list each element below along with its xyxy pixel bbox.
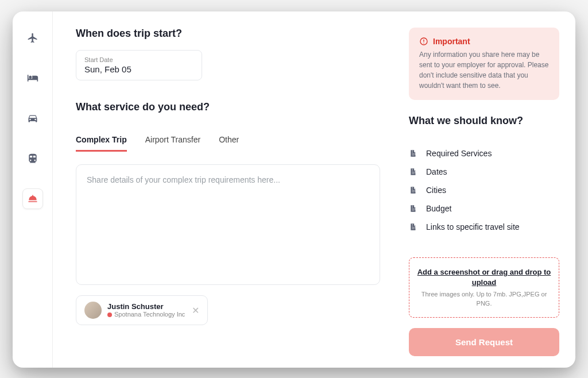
user-company: Spotnana Technology Inc — [107, 311, 186, 318]
know-item: Budget — [409, 204, 559, 213]
bed-icon — [27, 72, 38, 84]
train-icon — [27, 153, 38, 164]
sidebar-item-concierge[interactable] — [22, 188, 43, 209]
main-content: When does trip start? Start Date Sun, Fe… — [53, 11, 403, 368]
important-alert: Important Any information you share here… — [409, 28, 559, 100]
building-icon — [409, 149, 418, 158]
building-icon — [409, 167, 418, 176]
app-window: When does trip start? Start Date Sun, Fe… — [13, 11, 575, 368]
trip-start-title: When does trip start? — [76, 28, 380, 40]
building-icon — [409, 222, 418, 232]
know-item-label: Budget — [426, 204, 451, 213]
alert-title: Important — [433, 37, 470, 46]
company-dot-icon — [107, 313, 112, 317]
svg-point-2 — [423, 43, 424, 43]
know-item: Dates — [409, 167, 559, 176]
know-item: Required Services — [409, 149, 559, 158]
airplane-icon — [27, 32, 38, 44]
upload-zone[interactable]: Add a screenshot or drag and drop to upl… — [409, 257, 559, 318]
tab-airport-transfer[interactable]: Airport Transfer — [145, 135, 200, 152]
tab-other[interactable]: Other — [219, 135, 239, 152]
sidebar-item-hotels[interactable] — [22, 68, 43, 88]
know-item: Links to specific travel site — [409, 222, 559, 232]
sidebar-item-cars[interactable] — [22, 108, 43, 129]
start-date-value: Sun, Feb 05 — [84, 64, 194, 74]
upload-title: Add a screenshot or drag and drop to upl… — [416, 267, 552, 288]
warning-icon — [419, 37, 428, 46]
start-date-field[interactable]: Start Date Sun, Feb 05 — [76, 50, 202, 80]
avatar — [84, 302, 102, 319]
send-request-button[interactable]: Send Request — [409, 328, 559, 356]
know-item-label: Cities — [426, 186, 446, 195]
user-company-label: Spotnana Technology Inc — [114, 311, 185, 318]
details-textarea[interactable] — [76, 164, 380, 285]
sidebar — [13, 11, 53, 368]
bell-icon — [27, 193, 38, 205]
right-column: Important Any information you share here… — [403, 11, 575, 368]
tab-complex-trip[interactable]: Complex Trip — [76, 135, 127, 152]
building-icon — [409, 204, 418, 213]
user-name: Justin Schuster — [107, 302, 186, 311]
start-date-label: Start Date — [84, 56, 194, 63]
alert-title-row: Important — [419, 37, 549, 46]
car-icon — [27, 113, 38, 124]
user-info: Justin Schuster Spotnana Technology Inc — [107, 302, 186, 319]
alert-body: Any information you share here may be se… — [419, 49, 549, 91]
sidebar-item-flights[interactable] — [22, 28, 43, 48]
know-item-label: Required Services — [426, 149, 492, 158]
service-title: What service do you need? — [76, 101, 380, 113]
know-title: What we should know? — [409, 115, 559, 127]
user-chip[interactable]: Justin Schuster Spotnana Technology Inc … — [76, 295, 208, 325]
upload-sub: Three images only. Up to 7mb. JPG,JPEG o… — [416, 290, 552, 308]
know-item-label: Dates — [426, 167, 447, 176]
know-item-label: Links to specific travel site — [426, 222, 520, 232]
sidebar-item-rail[interactable] — [22, 148, 43, 169]
close-icon[interactable]: ✕ — [192, 305, 199, 316]
know-item: Cities — [409, 186, 559, 195]
service-tabs: Complex Trip Airport Transfer Other — [76, 135, 380, 152]
know-list: Required Services Dates Cities Budget Li… — [409, 149, 559, 232]
building-icon — [409, 186, 418, 195]
